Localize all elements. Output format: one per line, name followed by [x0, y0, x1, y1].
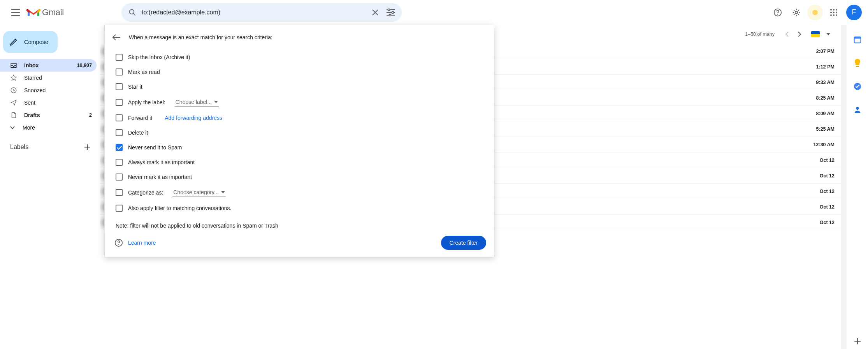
checkbox[interactable] — [116, 129, 123, 136]
sidebar-item-drafts[interactable]: Drafts 2 — [0, 109, 97, 121]
gear-icon — [792, 8, 801, 17]
checkbox[interactable] — [116, 144, 123, 151]
input-language-indicator[interactable] — [811, 31, 820, 37]
filter-opt-also-apply[interactable]: Also apply filter to matching conversati… — [105, 201, 494, 216]
help-circle-icon — [114, 239, 123, 247]
filter-opt-never-spam[interactable]: Never send it to Spam — [105, 140, 494, 155]
label-dropdown[interactable]: Choose label... — [175, 98, 219, 107]
sidebar-item-inbox[interactable]: Inbox 10,907 — [0, 59, 97, 72]
sidebar-item-starred[interactable]: Starred — [0, 72, 97, 84]
filter-opt-forward-it[interactable]: Forward it Add forwarding address — [105, 110, 494, 125]
filter-opt-categorize[interactable]: Categorize as: Choose category... — [105, 184, 494, 201]
tune-icon — [387, 9, 395, 16]
filter-opt-star-it[interactable]: Star it — [105, 79, 494, 94]
checkbox[interactable] — [116, 159, 123, 166]
nav-label: Starred — [24, 75, 92, 81]
help-icon-wrap — [113, 237, 124, 248]
message-time: 5:25 AM — [808, 126, 835, 132]
nav-label: Sent — [24, 100, 92, 106]
plus-icon — [854, 338, 861, 345]
sidebar-item-snoozed[interactable]: Snoozed — [0, 84, 97, 96]
message-time: 2:07 PM — [808, 49, 835, 54]
prev-page-button[interactable] — [781, 28, 793, 40]
checkbox[interactable] — [116, 99, 123, 106]
filter-back-button[interactable] — [109, 30, 123, 44]
nav-count: 10,907 — [77, 63, 92, 68]
sidebar-item-sent[interactable]: Sent — [0, 96, 97, 109]
star-icon — [10, 74, 17, 81]
clear-search-button[interactable] — [367, 5, 383, 20]
option-label: Categorize as: — [128, 189, 163, 196]
logo[interactable]: Gmail — [25, 7, 118, 18]
checkbox[interactable] — [116, 189, 123, 196]
calendar-addon[interactable] — [850, 32, 865, 47]
message-time: Oct 12 — [808, 173, 835, 179]
search-button[interactable] — [125, 5, 140, 20]
svg-point-9 — [833, 9, 835, 11]
keep-icon — [854, 58, 861, 68]
svg-point-16 — [836, 14, 837, 16]
checkbox[interactable] — [116, 205, 123, 212]
google-apps-button[interactable] — [824, 3, 843, 22]
input-language-menu[interactable] — [822, 28, 835, 40]
caret-down-icon — [826, 33, 830, 35]
send-icon — [10, 99, 17, 106]
create-filter-button[interactable]: Create filter — [441, 236, 486, 250]
support-button[interactable] — [768, 3, 787, 22]
nav-label: Snoozed — [24, 87, 92, 93]
caret-down-icon — [221, 191, 225, 193]
account-avatar[interactable]: F — [846, 5, 862, 20]
apps-grid-icon — [830, 9, 838, 16]
filter-opt-apply-label[interactable]: Apply the label: Choose label... — [105, 94, 494, 110]
svg-point-12 — [833, 12, 835, 13]
checkbox[interactable] — [116, 114, 123, 121]
svg-point-14 — [830, 14, 832, 16]
labels-title: Labels — [10, 144, 28, 151]
filter-opt-skip-inbox[interactable]: Skip the Inbox (Archive it) — [105, 50, 494, 65]
compose-button[interactable]: Compose — [3, 31, 58, 53]
main-menu-button[interactable] — [6, 3, 25, 22]
filter-opt-delete-it[interactable]: Delete it — [105, 125, 494, 140]
keep-addon[interactable] — [850, 55, 865, 71]
status-chip-icon — [807, 5, 823, 20]
tasks-icon — [853, 82, 862, 91]
learn-more-link[interactable]: Learn more — [128, 240, 156, 246]
scrollbar[interactable] — [841, 25, 846, 349]
search-input[interactable] — [140, 9, 367, 16]
nav-label: Inbox — [24, 62, 70, 68]
filter-opt-never-important[interactable]: Never mark it as important — [105, 170, 494, 184]
checkbox[interactable] — [116, 54, 123, 61]
contacts-addon[interactable] — [850, 102, 865, 118]
pencil-icon — [9, 38, 18, 46]
search-bar — [121, 3, 402, 22]
checkbox[interactable] — [116, 83, 123, 90]
checkbox[interactable] — [116, 68, 123, 75]
add-label-button[interactable] — [82, 142, 93, 153]
filter-opt-always-important[interactable]: Always mark it as important — [105, 155, 494, 170]
message-time: Oct 12 — [808, 158, 835, 163]
arrow-left-icon — [112, 34, 121, 41]
option-label: Also apply filter to matching conversati… — [128, 205, 231, 211]
search-bar-container — [121, 3, 402, 22]
next-page-button[interactable] — [793, 28, 806, 40]
nav-list: Inbox 10,907 Starred Snoozed Sent Drafts… — [0, 59, 100, 121]
page-count: 1–50 of many — [745, 32, 775, 37]
add-forwarding-link[interactable]: Add forwarding address — [165, 115, 222, 121]
option-label: Star it — [128, 84, 142, 90]
settings-button[interactable] — [787, 3, 806, 22]
message-time: Oct 12 — [808, 204, 835, 210]
search-options-button[interactable] — [383, 5, 399, 20]
checkbox[interactable] — [116, 174, 123, 181]
tasks-addon[interactable] — [850, 79, 865, 94]
help-icon — [773, 8, 782, 17]
filter-opt-mark-read[interactable]: Mark as read — [105, 65, 494, 79]
svg-point-2 — [392, 11, 394, 13]
logo-text: Gmail — [42, 7, 64, 18]
category-dropdown[interactable]: Choose category... — [172, 188, 225, 197]
sidebar-more-button[interactable]: More — [0, 121, 100, 134]
svg-point-3 — [389, 14, 391, 16]
calendar-icon — [853, 35, 862, 44]
get-addons-button[interactable] — [850, 333, 865, 349]
hamburger-icon — [11, 9, 20, 16]
dropdown-value: Choose category... — [173, 189, 218, 195]
